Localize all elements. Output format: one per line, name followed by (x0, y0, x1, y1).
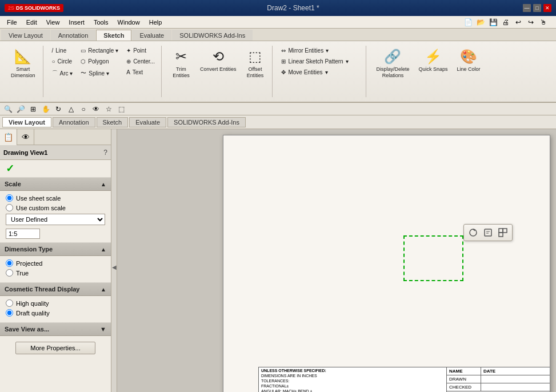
menu-window[interactable]: Window (113, 18, 145, 27)
dimension-type-content: Projected True (0, 256, 111, 282)
centerline-button[interactable]: ⊕ Center... (123, 57, 158, 66)
use-custom-scale-label[interactable]: Use custom scale (16, 205, 66, 211)
polygon-button[interactable]: ⬡ Polygon (78, 57, 121, 66)
tab-sketch[interactable]: Sketch (96, 30, 131, 41)
text-button[interactable]: A Text (123, 67, 158, 77)
use-sheet-scale-radio[interactable] (6, 194, 13, 202)
circle-button[interactable]: ○ Circle (49, 57, 76, 66)
true-radio[interactable] (6, 269, 13, 277)
tab-solidworks-addins[interactable]: SOLIDWORKS Add-Ins (172, 30, 253, 41)
tab-evaluate-btn[interactable]: Evaluate (129, 117, 166, 127)
cosmetic-thread-label: Cosmetic Thread Display (5, 286, 79, 293)
edit-appear-btn[interactable]: ☆ (103, 104, 114, 114)
menu-tools[interactable]: Tools (89, 18, 113, 27)
projected-label[interactable]: Projected (16, 260, 42, 267)
menu-view[interactable]: View (42, 18, 65, 27)
float-btn-properties[interactable] (481, 226, 495, 239)
draft-quality-radio[interactable] (6, 309, 13, 317)
panel-tab-view[interactable]: 👁 (17, 129, 34, 145)
mirror-entities-button[interactable]: ⇔ Mirror Entities ▾ (278, 46, 351, 55)
convert-icon: ⟲ (213, 49, 224, 65)
title-block-right: NAME DATE DRAWN CHECKED TITLE: (447, 367, 550, 392)
menu-insert[interactable]: Insert (64, 18, 89, 27)
zoom-out-btn[interactable]: 🔎 (15, 104, 26, 114)
toolbar-icon-3[interactable]: 💾 (487, 17, 499, 27)
more-properties-button[interactable]: More Properties... (15, 342, 95, 354)
projected-radio[interactable] (6, 259, 13, 267)
toolbar-icon-7[interactable]: 🖱 (538, 17, 549, 27)
quick-snaps-button[interactable]: ⚡ Quick Snaps (415, 46, 452, 91)
cosmetic-thread-collapse-icon[interactable]: ▲ (101, 286, 106, 293)
convert-entities-button[interactable]: ⟲ Convert Entities (196, 46, 241, 91)
spline-button[interactable]: 〜 Spline ▾ (78, 67, 121, 79)
arc-button[interactable]: ⌒ Arc ▾ (49, 67, 76, 79)
tab-view-layout-btn[interactable]: View Layout (2, 117, 51, 127)
tab-annotation[interactable]: Annotation (51, 30, 96, 41)
toolbar-icon-1[interactable]: 📄 (462, 17, 474, 27)
ribbon-section-mirror: ⇔ Mirror Entities ▾ ⊞ Linear Sketch Patt… (275, 46, 366, 97)
smart-dimension-label: SmartDimension (11, 66, 35, 79)
display-style-btn[interactable]: ○ (78, 104, 89, 114)
dimension-type-header[interactable]: Dimension Type ▲ (0, 242, 111, 256)
tab-view-layout[interactable]: View Layout (1, 30, 50, 41)
save-view-collapse-icon[interactable]: ▼ (100, 326, 106, 333)
zoom-in-btn[interactable]: 🔍 (2, 104, 14, 114)
move-entities-button[interactable]: ✥ Move Entities ▾ (278, 67, 351, 77)
float-btn-insert[interactable] (496, 226, 510, 239)
main-content: 📋 👁 Drawing View1 ? ✓ Scale ▲ Use sheet … (0, 129, 556, 392)
true-label[interactable]: True (16, 270, 29, 277)
section-view-btn[interactable]: ⬚ (115, 104, 127, 114)
maximize-button[interactable]: □ (533, 4, 541, 12)
high-quality-label[interactable]: High quality (16, 300, 49, 307)
help-icon[interactable]: ? (103, 149, 107, 157)
hide-show-btn[interactable]: 👁 (90, 104, 102, 114)
float-btn-rotate[interactable] (466, 226, 480, 239)
point-button[interactable]: ✦ Point (123, 46, 158, 55)
tab-evaluate[interactable]: Evaluate (132, 30, 171, 41)
panel-tab-properties[interactable]: 📋 (0, 129, 17, 145)
line-color-label: Line Color (457, 66, 481, 73)
save-view-section[interactable]: Save View as... ▼ (0, 322, 111, 336)
tab-annotation-btn[interactable]: Annotation (53, 117, 95, 127)
tab-sketch-btn[interactable]: Sketch (97, 117, 129, 127)
zoom-fit-btn[interactable]: ⊞ (27, 104, 39, 114)
display-delete-button[interactable]: 🔗 Display/DeleteRelations (372, 46, 413, 91)
draft-quality-label[interactable]: Draft quality (16, 310, 50, 317)
toolbar-icon-6[interactable]: ↪ (525, 17, 537, 27)
close-button[interactable]: ✕ (543, 4, 551, 12)
linear-sketch-button[interactable]: ⊞ Linear Sketch Pattern ▾ (278, 57, 351, 66)
title-bar-controls[interactable]: — □ ✕ (523, 4, 551, 12)
trim-entities-button[interactable]: ✂ TrimEntities (167, 46, 195, 91)
scale-dropdown[interactable]: User Defined 1:1 1:2 1:5 (6, 214, 105, 225)
scale-collapse-icon[interactable]: ▲ (101, 181, 106, 187)
scale-value-input[interactable] (6, 229, 40, 239)
pan-btn[interactable]: ✋ (40, 104, 51, 114)
dimension-type-collapse-icon[interactable]: ▲ (101, 246, 106, 253)
title-block-specs: UNLESS OTHERWISE SPECIFIED: DIMENSIONS A… (259, 367, 447, 392)
menu-edit[interactable]: Edit (22, 18, 42, 27)
minimize-button[interactable]: — (523, 4, 531, 12)
toolbar-icon-4[interactable]: 🖨 (500, 17, 511, 27)
scale-section-header[interactable]: Scale ▲ (0, 177, 111, 191)
cosmetic-thread-header[interactable]: Cosmetic Thread Display ▲ (0, 282, 111, 296)
smart-dimension-button[interactable]: 📐 SmartDimension (7, 46, 39, 91)
tab-addins-btn[interactable]: SOLIDWORKS Add-Ins (167, 117, 246, 127)
high-quality-radio[interactable] (6, 299, 13, 307)
toolbar-icon-5[interactable]: ↩ (513, 17, 524, 27)
offset-entities-button[interactable]: ⬚ OffsetEntities (241, 46, 269, 91)
use-custom-scale-radio[interactable] (6, 204, 13, 211)
menu-help[interactable]: Help (145, 18, 167, 27)
confirm-button[interactable]: ✓ (0, 160, 111, 177)
use-sheet-scale-label[interactable]: Use sheet scale (16, 195, 61, 202)
view-orient-btn[interactable]: △ (65, 104, 77, 114)
left-panel: 📋 👁 Drawing View1 ? ✓ Scale ▲ Use sheet … (0, 129, 111, 392)
toolbar-icon-2[interactable]: 📂 (475, 17, 486, 27)
rectangle-button[interactable]: ▭ Rectangle ▾ (78, 46, 121, 55)
panel-collapse-handle[interactable]: ◀ (111, 129, 117, 392)
drawing-view-rectangle[interactable] (403, 235, 463, 281)
line-button[interactable]: / Line (49, 46, 76, 55)
line-color-button[interactable]: 🎨 Line Color (453, 46, 485, 91)
quick-snaps-label: Quick Snaps (419, 66, 448, 73)
menu-file[interactable]: File (2, 18, 22, 27)
rotate-btn[interactable]: ↻ (53, 104, 64, 114)
